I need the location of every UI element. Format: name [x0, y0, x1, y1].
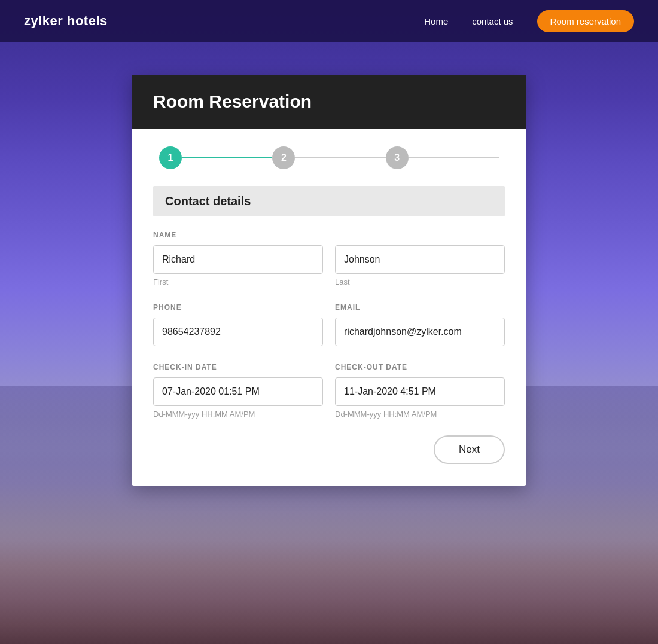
checkin-input[interactable] [153, 377, 323, 406]
phone-email-section: PHONE EMAIL [153, 303, 505, 346]
nav-home[interactable]: Home [424, 16, 448, 26]
next-row: Next [153, 435, 505, 464]
name-row: First Last [153, 245, 505, 286]
checkout-label: CHECK-OUT DATE [335, 363, 505, 371]
step-line-2-3 [295, 157, 385, 158]
navbar: zylker hotels Home contact us Room reser… [0, 0, 658, 42]
last-name-col: Last [335, 245, 505, 286]
dates-section: CHECK-IN DATE Dd-MMM-yyy HH:MM AM/PM CHE… [153, 363, 505, 419]
stepper: 1 2 3 [153, 146, 505, 169]
checkin-sublabel: Dd-MMM-yyy HH:MM AM/PM [153, 410, 323, 419]
first-name-sublabel: First [153, 277, 323, 286]
nav-links: Home contact us Room reservation [424, 10, 634, 32]
dates-row: CHECK-IN DATE Dd-MMM-yyy HH:MM AM/PM CHE… [153, 363, 505, 419]
nav-reservation-button[interactable]: Room reservation [537, 10, 634, 32]
step-2[interactable]: 2 [272, 146, 295, 169]
main-content: Room Reservation 1 2 3 Conta [0, 42, 658, 486]
name-section: NAME First Last [153, 231, 505, 286]
section-label-text: Contact details [165, 194, 251, 207]
form-title: Room Reservation [153, 91, 505, 112]
reservation-card: Room Reservation 1 2 3 Conta [132, 75, 526, 486]
email-label: EMAIL [335, 303, 505, 312]
section-label-contact: Contact details [153, 186, 505, 216]
brand-logo: zylker hotels [24, 13, 424, 29]
checkout-col: CHECK-OUT DATE Dd-MMM-yyy HH:MM AM/PM [335, 363, 505, 419]
last-name-input[interactable] [335, 245, 505, 274]
phone-col: PHONE [153, 303, 323, 346]
step-1[interactable]: 1 [159, 146, 182, 169]
first-name-input[interactable] [153, 245, 323, 274]
checkout-input[interactable] [335, 377, 505, 406]
card-body: 1 2 3 Contact details NAME [132, 129, 526, 486]
first-name-col: First [153, 245, 323, 286]
step-line-3-end [409, 157, 499, 158]
phone-email-row: PHONE EMAIL [153, 303, 505, 346]
step-3[interactable]: 3 [386, 146, 409, 169]
nav-contact[interactable]: contact us [472, 16, 513, 26]
email-input[interactable] [335, 318, 505, 346]
phone-label: PHONE [153, 303, 323, 312]
name-label: NAME [153, 231, 505, 239]
checkout-sublabel: Dd-MMM-yyy HH:MM AM/PM [335, 410, 505, 419]
next-button[interactable]: Next [434, 435, 505, 464]
card-header: Room Reservation [132, 75, 526, 129]
checkin-label: CHECK-IN DATE [153, 363, 323, 371]
checkin-col: CHECK-IN DATE Dd-MMM-yyy HH:MM AM/PM [153, 363, 323, 419]
last-name-sublabel: Last [335, 277, 505, 286]
phone-input[interactable] [153, 318, 323, 346]
step-line-1-2 [182, 157, 272, 158]
email-col: EMAIL [335, 303, 505, 346]
